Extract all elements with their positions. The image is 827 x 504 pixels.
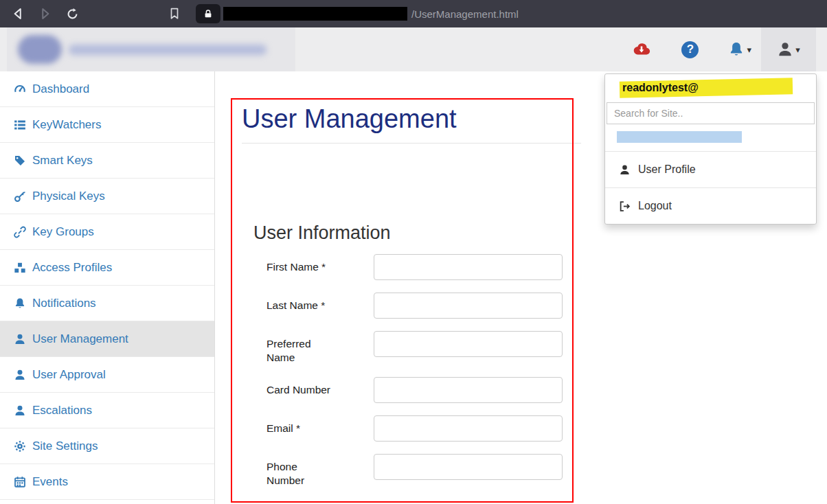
- field-label: Last Name *: [267, 293, 374, 319]
- menu-item-label: User Profile: [638, 163, 696, 176]
- site-name-redaction: [617, 131, 742, 143]
- notifications-menu-button[interactable]: ▾: [728, 41, 751, 58]
- sidebar-item-label: User Approval: [32, 368, 106, 382]
- sidebar-item-notifications[interactable]: Notifications: [0, 286, 214, 321]
- first-name-input[interactable]: [374, 254, 563, 280]
- field-label: Email *: [267, 415, 374, 442]
- user-email: readonlytest@: [622, 82, 699, 94]
- form-row: Last Name *: [267, 293, 563, 319]
- title-divider: [242, 143, 581, 144]
- sidebar-item-site-settings[interactable]: Site Settings: [0, 428, 214, 464]
- back-icon[interactable]: [11, 7, 25, 21]
- sidebar-item-label: Smart Keys: [32, 154, 93, 168]
- sidebar-item-label: KeyWatchers: [32, 118, 101, 132]
- sidebar-item-user-approval[interactable]: User Approval: [0, 357, 214, 393]
- sidebar-item-access-profiles[interactable]: Access Profiles: [0, 250, 214, 286]
- page: /UserManagement.html ? ▾ ▾ Dashboard: [0, 0, 827, 504]
- sidebar-item-label: Site Settings: [32, 439, 98, 453]
- menu-item-user-profile[interactable]: User Profile: [605, 152, 816, 187]
- user-email-row: readonlytest@: [605, 74, 816, 102]
- sidebar-item-escalations[interactable]: Escalations: [0, 393, 214, 428]
- cubes-icon: [14, 262, 26, 274]
- key-icon: [14, 190, 26, 203]
- form-row: First Name *: [267, 254, 563, 280]
- address-bar[interactable]: /UserManagement.html: [181, 4, 519, 23]
- sidebar-item-physical-keys[interactable]: Physical Keys: [0, 179, 214, 214]
- bell-icon: [728, 41, 745, 58]
- chevron-down-icon: ▾: [795, 45, 800, 54]
- user-information-form: First Name * Last Name * Preferred Name …: [267, 254, 563, 500]
- tag-icon: [14, 154, 26, 167]
- app-title-redacted: [69, 45, 267, 55]
- gear-icon: [14, 440, 26, 453]
- help-icon[interactable]: ?: [681, 41, 699, 58]
- header-actions: ? ▾ ▾: [633, 27, 816, 71]
- field-label: Phone Number: [267, 454, 374, 488]
- sidebar-item-label: Key Groups: [32, 225, 94, 239]
- form-row: Card Number: [267, 377, 563, 403]
- user-icon: [619, 164, 631, 176]
- logout-icon: [619, 201, 631, 212]
- site-search-input[interactable]: [607, 102, 815, 124]
- sidebar: Dashboard KeyWatchers Smart Keys Physica…: [0, 71, 215, 504]
- section-title: User Information: [253, 222, 391, 244]
- phone-number-input[interactable]: [374, 454, 563, 480]
- user-icon: [777, 41, 793, 58]
- email-input[interactable]: [374, 415, 563, 442]
- user-icon: [14, 369, 26, 381]
- sidebar-item-label: Notifications: [32, 297, 96, 310]
- browser-toolbar: /UserManagement.html: [0, 0, 827, 27]
- bell-icon: [14, 297, 26, 310]
- sidebar-item-label: Physical Keys: [32, 190, 105, 203]
- sidebar-item-label: User Management: [32, 332, 128, 346]
- forward-icon[interactable]: [38, 7, 52, 21]
- user-menu-button[interactable]: ▾: [761, 27, 816, 71]
- sidebar-item-user-management[interactable]: User Management: [0, 321, 214, 357]
- lock-icon[interactable]: [196, 4, 220, 23]
- last-name-input[interactable]: [374, 293, 563, 319]
- bookmark-icon[interactable]: [168, 8, 181, 20]
- preferred-name-input[interactable]: [374, 331, 563, 357]
- app-logo-redacted: [18, 35, 62, 64]
- field-label: Preferred Name: [267, 331, 374, 365]
- page-title: User Management: [242, 104, 457, 134]
- url-redaction: [223, 7, 407, 21]
- sidebar-item-label: Access Profiles: [32, 261, 112, 275]
- calendar-icon: [14, 476, 26, 488]
- sidebar-item-label: Events: [32, 475, 68, 489]
- user-dropdown-menu: readonlytest@ User Profile Logout: [604, 73, 817, 225]
- menu-item-label: Logout: [638, 200, 672, 212]
- sidebar-item-keywatchers[interactable]: KeyWatchers: [0, 107, 214, 143]
- form-row: Phone Number: [267, 454, 563, 488]
- list-icon: [14, 119, 26, 131]
- field-label: First Name *: [267, 254, 374, 280]
- card-number-input[interactable]: [374, 377, 563, 403]
- sidebar-item-dashboard[interactable]: Dashboard: [0, 71, 214, 107]
- sidebar-item-label: Dashboard: [32, 82, 89, 96]
- user-icon: [14, 333, 26, 345]
- sidebar-item-events[interactable]: Events: [0, 464, 214, 500]
- help-glyph: ?: [687, 43, 694, 56]
- user-icon: [14, 404, 26, 417]
- reload-icon[interactable]: [66, 8, 79, 21]
- link-icon: [14, 226, 26, 238]
- sidebar-item-smart-keys[interactable]: Smart Keys: [0, 143, 214, 179]
- url-text: /UserManagement.html: [411, 8, 519, 20]
- gauge-icon: [14, 83, 26, 95]
- form-row: Email *: [267, 415, 563, 442]
- chevron-down-icon: ▾: [747, 45, 751, 54]
- cloud-download-icon[interactable]: [633, 41, 650, 58]
- field-label: Card Number: [267, 377, 374, 403]
- menu-item-logout[interactable]: Logout: [605, 188, 816, 224]
- app-header: ? ▾ ▾: [0, 27, 827, 71]
- sidebar-item-key-groups[interactable]: Key Groups: [0, 214, 214, 250]
- sidebar-item-label: Escalations: [32, 404, 92, 417]
- form-row: Preferred Name: [267, 331, 563, 365]
